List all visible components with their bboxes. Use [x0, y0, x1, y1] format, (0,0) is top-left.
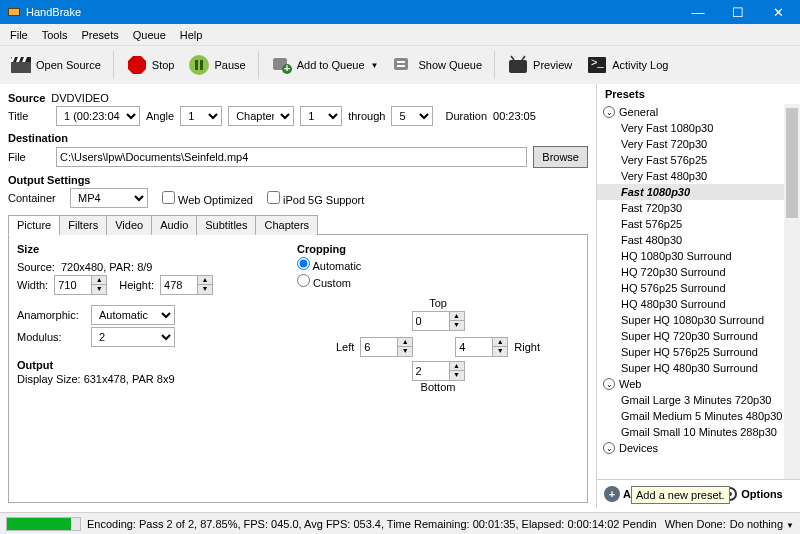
preset-group-general[interactable]: ⌄General — [597, 104, 800, 120]
maximize-button[interactable]: ☐ — [718, 0, 758, 24]
menu-queue[interactable]: Queue — [127, 27, 172, 43]
output-settings-label: Output Settings — [8, 174, 588, 186]
preset-item[interactable]: Very Fast 1080p30 — [597, 120, 800, 136]
crop-right-spinner[interactable]: ▲▼ — [455, 337, 508, 357]
width-spinner[interactable]: ▲▼ — [54, 275, 107, 295]
preset-item[interactable]: Gmail Small 10 Minutes 288p30 — [597, 424, 800, 440]
through-label: through — [348, 110, 385, 122]
open-source-button[interactable]: Open Source — [6, 52, 105, 78]
menu-help[interactable]: Help — [174, 27, 209, 43]
width-spin-label: Width: — [17, 279, 48, 291]
height-spinner[interactable]: ▲▼ — [160, 275, 213, 295]
preset-item[interactable]: HQ 480p30 Surround — [597, 296, 800, 312]
tab-filters[interactable]: Filters — [59, 215, 107, 235]
svg-line-19 — [522, 56, 525, 60]
preview-button[interactable]: Preview — [503, 52, 576, 78]
container-select[interactable]: MP4 — [70, 188, 148, 208]
chapters-mode-select[interactable]: Chapters — [228, 106, 294, 126]
presets-scrollbar[interactable] — [784, 104, 800, 479]
app-icon — [6, 4, 22, 20]
crop-left-label: Left — [336, 341, 354, 353]
activity-log-button[interactable]: >_ Activity Log — [582, 52, 672, 78]
browse-button[interactable]: Browse — [533, 146, 588, 168]
destination-label: Destination — [8, 132, 588, 144]
svg-rect-10 — [200, 60, 203, 70]
file-path-input[interactable] — [56, 147, 527, 167]
when-done-label: When Done: — [665, 518, 726, 530]
plus-icon: + — [604, 486, 620, 502]
close-button[interactable]: ✕ — [758, 0, 798, 24]
crop-bottom-spinner[interactable]: ▲▼ — [412, 361, 465, 381]
svg-point-8 — [189, 55, 209, 75]
crop-top-spinner[interactable]: ▲▼ — [412, 311, 465, 331]
svg-text:+: + — [283, 62, 289, 74]
modulus-select[interactable]: 2 — [91, 327, 175, 347]
stop-icon — [126, 54, 148, 76]
tab-audio[interactable]: Audio — [151, 215, 197, 235]
queue-icon — [392, 54, 414, 76]
preset-group-devices[interactable]: ⌄Devices — [597, 440, 800, 456]
web-optimized-checkbox[interactable]: Web Optimized — [162, 191, 253, 206]
size-label: Size — [17, 243, 297, 255]
preset-item[interactable]: Super HQ 1080p30 Surround — [597, 312, 800, 328]
anamorphic-select[interactable]: Automatic — [91, 305, 175, 325]
chapter-from-select[interactable]: 1 — [300, 106, 342, 126]
terminal-icon: >_ — [586, 54, 608, 76]
show-queue-button[interactable]: Show Queue — [388, 52, 486, 78]
preset-item[interactable]: Very Fast 576p25 — [597, 152, 800, 168]
open-source-label: Open Source — [36, 59, 101, 71]
pause-icon — [188, 54, 210, 76]
crop-automatic-radio[interactable]: Automatic — [297, 257, 361, 272]
dropdown-icon[interactable]: ▼ — [371, 61, 379, 70]
ipod-support-checkbox[interactable]: iPod 5G Support — [267, 191, 364, 206]
angle-label: Angle — [146, 110, 174, 122]
separator — [494, 51, 495, 79]
add-to-queue-label: Add to Queue — [297, 59, 365, 71]
preset-item[interactable]: Fast 480p30 — [597, 232, 800, 248]
when-done-select[interactable]: Do nothing ▼ — [730, 518, 794, 530]
presets-header: Presets — [597, 84, 800, 104]
pause-button[interactable]: Pause — [184, 52, 249, 78]
preset-item[interactable]: Gmail Large 3 Minutes 720p30 — [597, 392, 800, 408]
stop-button[interactable]: Stop — [122, 52, 179, 78]
preset-item[interactable]: Fast 720p30 — [597, 200, 800, 216]
tab-subtitles[interactable]: Subtitles — [196, 215, 256, 235]
preset-group-web[interactable]: ⌄Web — [597, 376, 800, 392]
preset-item[interactable]: Super HQ 720p30 Surround — [597, 328, 800, 344]
add-queue-icon: + — [271, 54, 293, 76]
preset-item[interactable]: Very Fast 720p30 — [597, 136, 800, 152]
display-size-value: Display Size: 631x478, PAR 8x9 — [17, 373, 175, 385]
angle-select[interactable]: 1 — [180, 106, 222, 126]
show-queue-label: Show Queue — [418, 59, 482, 71]
tab-picture[interactable]: Picture — [8, 215, 60, 235]
title-select[interactable]: 1 (00:23:04) — [56, 106, 140, 126]
preset-item[interactable]: Very Fast 480p30 — [597, 168, 800, 184]
tab-chapters[interactable]: Chapters — [255, 215, 318, 235]
chevron-icon: ⌄ — [603, 106, 615, 118]
menu-tools[interactable]: Tools — [36, 27, 74, 43]
tab-video[interactable]: Video — [106, 215, 152, 235]
chapter-to-select[interactable]: 5 — [391, 106, 433, 126]
preset-item[interactable]: HQ 720p30 Surround — [597, 264, 800, 280]
height-spin-label: Height: — [119, 279, 154, 291]
preset-item[interactable]: Super HQ 480p30 Surround — [597, 360, 800, 376]
crop-left-spinner[interactable]: ▲▼ — [360, 337, 413, 357]
svg-line-18 — [511, 56, 514, 60]
menu-presets[interactable]: Presets — [75, 27, 124, 43]
preset-item[interactable]: Fast 576p25 — [597, 216, 800, 232]
preset-item[interactable]: Gmail Medium 5 Minutes 480p30 — [597, 408, 800, 424]
preset-item[interactable]: Fast 1080p30 — [597, 184, 800, 200]
anamorphic-label: Anamorphic: — [17, 309, 85, 321]
add-to-queue-button[interactable]: + Add to Queue ▼ — [267, 52, 383, 78]
preset-item[interactable]: HQ 576p25 Surround — [597, 280, 800, 296]
preset-item[interactable]: HQ 1080p30 Surround — [597, 248, 800, 264]
crop-right-label: Right — [514, 341, 540, 353]
pause-label: Pause — [214, 59, 245, 71]
menu-file[interactable]: File — [4, 27, 34, 43]
output-label: Output — [17, 359, 297, 371]
minimize-button[interactable]: — — [678, 0, 718, 24]
preset-item[interactable]: Super HQ 576p25 Surround — [597, 344, 800, 360]
title-label: Title — [8, 110, 50, 122]
status-text: Encoding: Pass 2 of 2, 87.85%, FPS: 045.… — [87, 518, 657, 530]
crop-custom-radio[interactable]: Custom — [297, 274, 351, 289]
